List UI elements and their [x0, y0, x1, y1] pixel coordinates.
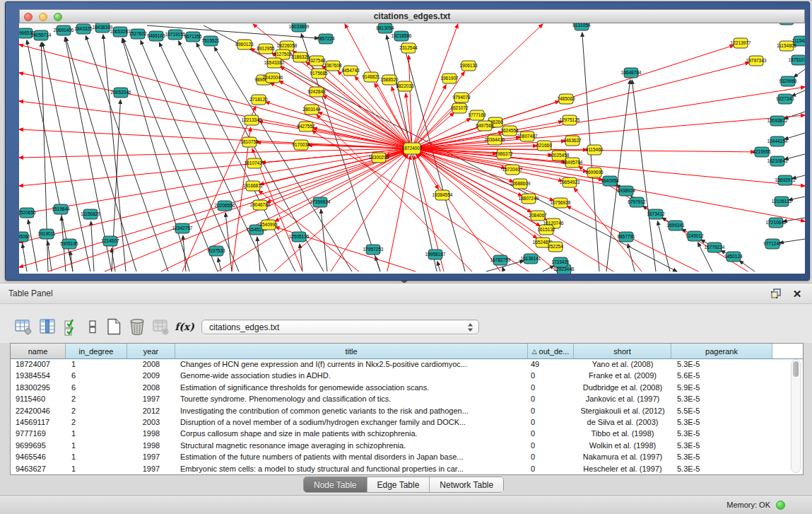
close-panel-button[interactable]: ✕: [791, 287, 804, 300]
network-node[interactable]: 10688609: [510, 179, 531, 189]
column-header-name[interactable]: name: [11, 344, 66, 358]
network-node[interactable]: 12213977: [731, 38, 751, 48]
network-node[interactable]: 8822033: [396, 81, 414, 91]
vertical-scrollbar[interactable]: [791, 359, 801, 473]
network-node[interactable]: 15751074: [789, 55, 805, 65]
network-node[interactable]: 18807249: [519, 194, 539, 204]
network-node[interactable]: 16648784: [621, 68, 642, 78]
network-node[interactable]: 1621072: [450, 103, 469, 113]
network-node[interactable]: 10719155: [165, 30, 186, 40]
network-node[interactable]: 7986372: [495, 149, 513, 159]
table-row[interactable]: 1456911722003Disruption of a novel membe…: [11, 416, 803, 428]
network-node[interactable]: 16210643: [767, 156, 788, 166]
network-node[interactable]: 9450124: [724, 252, 743, 262]
float-panel-button[interactable]: [770, 287, 782, 300]
network-node[interactable]: 1733426: [551, 257, 570, 267]
network-node[interactable]: 10653287: [110, 27, 131, 37]
network-node[interactable]: 2718120: [249, 95, 268, 105]
network-node[interactable]: 16107427: [245, 158, 265, 168]
network-node[interactable]: 12975125: [560, 115, 580, 125]
network-node[interactable]: 19384554: [433, 190, 453, 200]
network-node[interactable]: 9146821: [362, 72, 380, 82]
network-node[interactable]: 19797343: [746, 56, 767, 66]
node-table[interactable]: namein_degreeyeartitle△out_de...shortpag…: [10, 343, 804, 475]
network-node[interactable]: 15720407: [502, 165, 523, 175]
row-boxes-button[interactable]: [83, 317, 102, 336]
column-header-year[interactable]: year: [127, 344, 175, 358]
network-node[interactable]: 7857224: [317, 34, 335, 44]
column-header-out_de[interactable]: △out_de...: [528, 344, 574, 358]
column-visibility-button[interactable]: [38, 317, 57, 336]
network-node[interactable]: 9115460: [586, 145, 604, 155]
network-node[interactable]: 8454743: [341, 66, 360, 76]
close-window-button[interactable]: [24, 13, 33, 21]
network-node[interactable]: 17957253: [363, 245, 384, 255]
network-node[interactable]: 5905195: [60, 239, 78, 249]
tab-network-table[interactable]: Network Table: [430, 477, 503, 492]
network-node[interactable]: 6497568: [476, 121, 494, 131]
network-node[interactable]: 2084067: [529, 211, 547, 221]
table-row[interactable]: 969969511998Structural magnetic resonanc…: [11, 440, 803, 451]
network-node[interactable]: 11154808: [777, 41, 796, 51]
scrollbar-thumb[interactable]: [793, 361, 799, 377]
network-node[interactable]: 8186328: [291, 52, 310, 62]
row-check-button[interactable]: [62, 317, 81, 336]
network-node[interactable]: 11156829: [81, 209, 100, 219]
network-node[interactable]: 19046788: [250, 200, 271, 210]
zoom-window-button[interactable]: [54, 13, 62, 21]
network-node[interactable]: 20364436: [485, 135, 505, 145]
network-node[interactable]: 19166872: [243, 181, 264, 191]
network-node[interactable]: 6466163: [147, 31, 165, 41]
network-node[interactable]: 9699695: [585, 168, 604, 177]
network-node[interactable]: 1699341: [666, 221, 685, 230]
network-node[interactable]: 1843325: [74, 24, 93, 34]
network-node[interactable]: 1640954: [601, 176, 619, 186]
table-row[interactable]: 1872400712008Changes of HCN gene express…: [11, 358, 803, 370]
column-header-title[interactable]: title: [175, 344, 528, 358]
network-node[interactable]: 8427552: [297, 122, 315, 132]
network-node[interactable]: 2520650: [19, 208, 36, 218]
network-node[interactable]: 1540993: [259, 220, 278, 230]
delete-button[interactable]: [128, 317, 146, 336]
column-header-in_degree[interactable]: in_degree: [66, 344, 127, 358]
network-node[interactable]: 10807487: [517, 132, 538, 141]
delete-table-button[interactable]: [151, 317, 170, 336]
network-node[interactable]: 3624554: [500, 126, 519, 136]
network-node[interactable]: 9857791: [617, 232, 635, 242]
new-file-button[interactable]: [105, 317, 123, 336]
column-header-short[interactable]: short: [574, 344, 671, 358]
table-row[interactable]: 1938455462009Genome-wide association stu…: [11, 370, 803, 381]
network-node[interactable]: 9329966: [779, 76, 797, 86]
table-row[interactable]: 1830029562008Estimation of significance …: [11, 382, 803, 393]
network-node[interactable]: 1810755: [240, 137, 259, 147]
network-node[interactable]: 19958167: [425, 250, 446, 259]
network-node[interactable]: 19218586: [392, 31, 412, 41]
network-node[interactable]: 8131054: [572, 23, 591, 30]
network-canvas[interactable]: 1872400719665301405571420691406184332518…: [19, 23, 805, 274]
network-node[interactable]: 9242848: [307, 87, 326, 97]
network-node[interactable]: 17359924: [310, 197, 331, 207]
network-node[interactable]: 1906133: [459, 61, 478, 71]
network-node[interactable]: 16033809: [289, 23, 310, 32]
network-node[interactable]: 9777169: [468, 110, 486, 120]
tab-edge-table[interactable]: Edge Table: [367, 477, 430, 492]
network-node[interactable]: 3919011: [38, 229, 56, 239]
column-header-pagerank[interactable]: pagerank: [671, 344, 772, 358]
network-node[interactable]: 9170034: [292, 140, 310, 150]
network-node[interactable]: 2803144: [302, 105, 321, 115]
table-row[interactable]: 946362711997Embryonic stem cells: a mode…: [11, 463, 803, 474]
network-node[interactable]: 18495784: [563, 158, 583, 168]
network-node[interactable]: 6797912: [628, 197, 646, 207]
network-node[interactable]: 12106113: [772, 197, 792, 206]
network-node[interactable]: 12213343: [242, 115, 262, 125]
network-node[interactable]: 8813054: [376, 23, 394, 33]
network-node[interactable]: 8960123: [235, 40, 254, 49]
network-node[interactable]: 9227343: [776, 94, 794, 104]
network-node[interactable]: 7485063: [557, 94, 575, 104]
citation-network-graph[interactable]: 1872400719665301405571420691406184332518…: [19, 23, 805, 274]
network-window-titlebar[interactable]: citations_edges.txt: [19, 9, 805, 23]
network-node[interactable]: 9327548: [307, 56, 326, 66]
network-node[interactable]: 6938924: [617, 186, 635, 196]
network-node[interactable]: 9463627: [563, 136, 582, 146]
network-view-frame[interactable]: citations_edges.txt 18724007196653014055…: [5, 1, 810, 281]
